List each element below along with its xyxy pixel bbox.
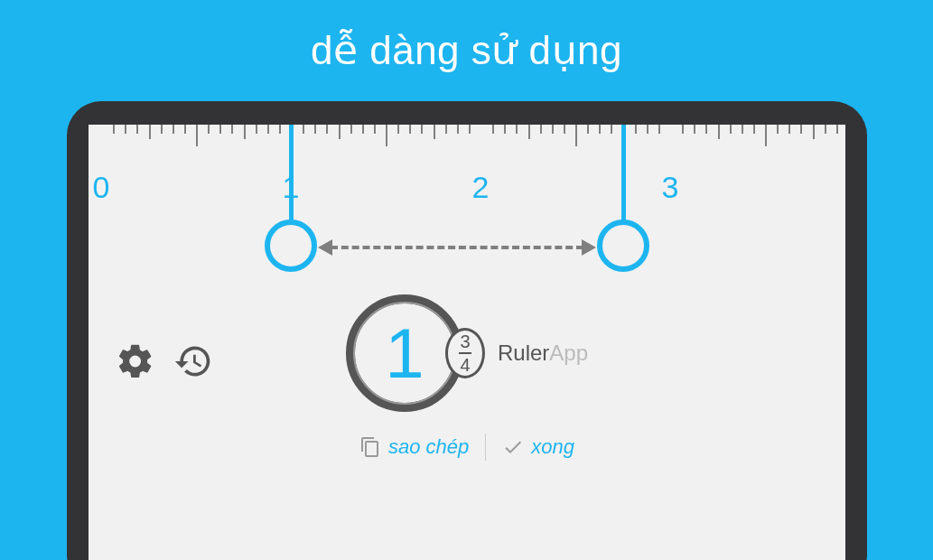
caliper-start-line: [289, 125, 294, 224]
copy-label: sao chép: [388, 435, 469, 459]
app-brand: RulerApp: [498, 341, 588, 366]
ruler-tick: [564, 125, 565, 134]
ruler-label: 2: [472, 170, 490, 205]
ruler-label: 0: [93, 170, 110, 205]
ruler-tick: [409, 125, 411, 134]
ruler-tick: [611, 125, 612, 134]
ruler-tick: [219, 125, 221, 134]
span-arrow-left: [318, 239, 332, 256]
ruler-tick: [718, 125, 720, 139]
ruler-tick: [658, 125, 660, 134]
span-arrow-right: [582, 239, 596, 256]
ruler-tick: [694, 125, 695, 134]
ruler-tick: [730, 125, 732, 134]
caliper-end-handle[interactable]: [597, 219, 649, 272]
ruler-tick: [397, 125, 399, 134]
ruler-tick: [326, 125, 328, 134]
ruler-tick: [184, 125, 186, 134]
ruler-tick: [788, 125, 790, 134]
ruler-tick: [350, 125, 352, 134]
promo-headline: dễ dàng sử dụng: [0, 0, 933, 73]
caliper-start-handle[interactable]: [265, 219, 317, 272]
ruler-tick: [244, 125, 246, 139]
ruler-tick: [742, 125, 743, 134]
ruler-tick: [173, 125, 174, 134]
copy-button[interactable]: sao chép: [359, 435, 469, 459]
action-separator: [485, 434, 486, 461]
check-icon: [502, 436, 524, 458]
settings-button[interactable]: [116, 341, 155, 385]
ruler-tick: [587, 125, 589, 134]
ruler-tick: [339, 125, 341, 139]
measurement-whole: 1: [385, 318, 424, 388]
measurement-fraction: 3 4: [445, 328, 485, 378]
ruler-tick: [492, 125, 494, 134]
ruler-tick: [149, 125, 151, 139]
ruler-tick: [434, 125, 435, 139]
ruler-tick: [504, 125, 506, 134]
ruler-tick: [161, 125, 163, 134]
ruler-tick: [196, 125, 198, 146]
ruler-tick: [765, 125, 767, 146]
app-screen: 0123 1 3 4 Ruler: [89, 125, 845, 560]
ruler-scale: 0123: [89, 125, 845, 197]
ruler-tick: [647, 125, 648, 134]
brand-sub: App: [549, 341, 588, 365]
done-label: xong: [531, 435, 574, 459]
ruler-tick: [540, 125, 542, 134]
ruler-tick: [362, 125, 364, 134]
ruler-label: 3: [662, 170, 679, 205]
ruler-tick: [705, 125, 707, 134]
ruler-tick: [825, 125, 826, 134]
ruler-tick: [303, 125, 304, 134]
caliper-end-line: [621, 125, 626, 224]
copy-icon: [359, 436, 381, 458]
ruler-tick: [208, 125, 210, 134]
ruler-tick: [231, 125, 233, 134]
ruler-tick: [374, 125, 376, 134]
ruler-tick: [267, 125, 269, 134]
ruler-tick: [682, 125, 684, 134]
fraction-numerator: 3: [460, 332, 470, 350]
measurement-display: 1 3 4 RulerApp: [346, 294, 588, 412]
ruler-tick: [552, 125, 554, 134]
done-button[interactable]: xong: [502, 435, 574, 459]
ruler-tick: [528, 125, 530, 139]
history-icon: [173, 341, 213, 381]
fraction-denominator: 4: [460, 356, 470, 374]
ruler-tick: [421, 125, 423, 134]
ruler-tick: [635, 125, 637, 134]
ruler-tick: [813, 125, 815, 139]
ruler-tick: [469, 125, 471, 134]
gear-icon: [116, 341, 155, 381]
ruler-tick: [800, 125, 802, 134]
ruler-tick: [314, 125, 316, 134]
ruler-tick: [256, 125, 257, 134]
ruler-tick: [516, 125, 518, 134]
measurement-whole-circle: 1 3 4: [346, 294, 463, 412]
ruler-tick: [445, 125, 447, 134]
ruler-tick: [753, 125, 755, 134]
ruler-tick: [836, 125, 838, 134]
ruler-tick: [599, 125, 601, 134]
brand-main: Ruler: [498, 341, 549, 365]
ruler-tick: [125, 125, 126, 134]
ruler-tick: [386, 125, 387, 146]
ruler-tick: [113, 125, 115, 134]
ruler-tick: [777, 125, 779, 134]
tablet-frame: 0123 1 3 4 Ruler: [67, 101, 867, 560]
measurement-span-line: [331, 246, 583, 249]
ruler-tick: [457, 125, 459, 134]
history-button[interactable]: [173, 341, 213, 385]
ruler-tick: [575, 125, 577, 146]
ruler-tick: [136, 125, 138, 134]
ruler-tick: [279, 125, 281, 134]
